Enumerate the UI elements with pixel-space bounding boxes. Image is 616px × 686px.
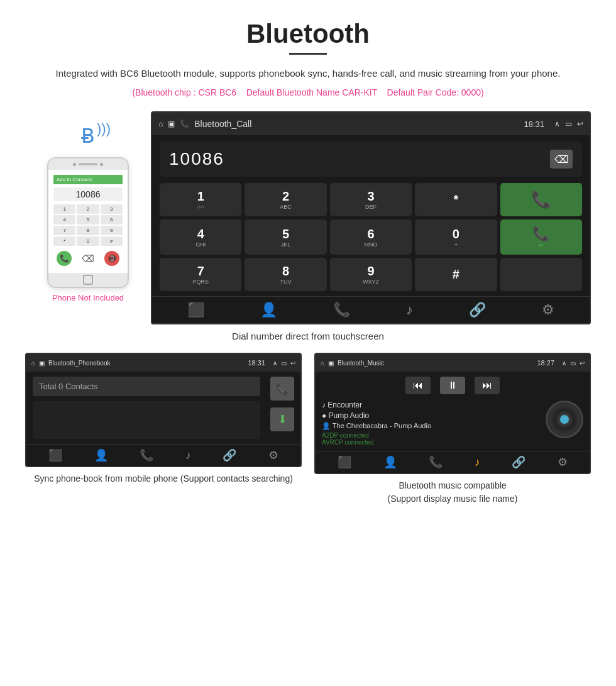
car-key-0[interactable]: 0 + [415, 219, 497, 255]
phone-mockup: Add to Contacts 10086 1 2 3 4 5 6 7 8 9 … [47, 157, 129, 288]
music-content: ⏮ ⏸ ⏭ ♪ Encounter ● Pump Audio 👤 The Che… [316, 372, 590, 451]
car-key-hash[interactable]: # [415, 258, 497, 291]
pb-calls-icon[interactable]: 📞 [140, 448, 153, 462]
pb-contacts-icon[interactable]: 👤 [94, 448, 108, 462]
car-key-2[interactable]: 2 ABC [245, 183, 326, 216]
pb-link-icon[interactable]: 🔗 [223, 448, 236, 462]
phone-key-1[interactable]: 1 [53, 204, 75, 214]
car-phonebook-screen: ⌂ ▣ Bluetooth_Phonebook 18:31 ∧ ▭ ↩ Tota… [25, 353, 302, 467]
phonebook-app-name: Bluetooth_Phonebook [48, 360, 110, 367]
phonebook-sim-icon: ▣ [39, 360, 45, 367]
phone-key-7[interactable]: 7 [53, 226, 75, 235]
car-call-button[interactable]: 📞 [500, 183, 582, 216]
phone-key-hash[interactable]: # [101, 236, 123, 246]
phone-key-2[interactable]: 2 [77, 204, 99, 214]
car-music-screen: ⌂ ▣ Bluetooth_Music 18:27 ∧ ▭ ↩ ⏮ ⏸ ⏭ [314, 353, 591, 474]
phonebook-search-bar[interactable]: Total 0 Contacts [33, 377, 260, 396]
caption-main: Dial number direct from touchscreen [25, 331, 591, 341]
music-calls-icon[interactable]: 📞 [429, 455, 443, 469]
car-key-1[interactable]: 1 ○○ [160, 183, 241, 216]
phone-key-star[interactable]: * [53, 236, 75, 246]
car-link-icon[interactable]: 🔗 [469, 302, 486, 318]
phone-key-5[interactable]: 5 [77, 215, 99, 224]
phone-key-4[interactable]: 4 [53, 215, 75, 224]
music-status-bar: ⌂ ▣ Bluetooth_Music 18:27 ∧ ▭ ↩ [316, 354, 590, 372]
music-music-icon[interactable]: ♪ [475, 456, 480, 469]
phone-call-button[interactable]: 📞 [57, 251, 72, 266]
expand-icon[interactable]: ∧ [554, 119, 560, 128]
phone-key-6[interactable]: 6 [101, 215, 123, 224]
music-home-icon[interactable]: ⌂ [321, 360, 324, 367]
phone-key-8[interactable]: 8 [77, 226, 99, 235]
car-call-screen: ⌂ ▣ 📞 Bluetooth_Call 18:31 ∧ ▭ ↩ 10086 ⌫… [151, 111, 591, 324]
phone-bottom-bar [48, 273, 128, 287]
phone-end-button[interactable]: 📵 [104, 251, 119, 266]
music-dialpad-icon[interactable]: ⬛ [338, 455, 351, 469]
music-track1: ♪ Encounter [322, 401, 539, 409]
car-key-star[interactable]: * [415, 183, 497, 216]
phonebook-expand-icon[interactable]: ∧ [273, 360, 277, 367]
music-back-icon[interactable]: ↩ [580, 360, 585, 367]
car-calls-icon[interactable]: 📞 [333, 302, 350, 318]
pb-music-icon[interactable]: ♪ [185, 449, 191, 462]
title-underline [289, 53, 327, 55]
car-key-3[interactable]: 3 DEF [330, 183, 412, 216]
phone-home-button[interactable] [83, 275, 93, 285]
music-info: ♪ Encounter ● Pump Audio 👤 The Cheebacab… [322, 401, 583, 446]
specs-line: (Bluetooth chip : CSR BC6 Default Blueto… [25, 87, 591, 97]
car-key-4[interactable]: 4 GHI [160, 219, 241, 255]
phone-key-3[interactable]: 3 [101, 204, 123, 214]
car-backspace-button[interactable]: ⌫ [550, 150, 573, 169]
bluetooth-icon: Ƀ [81, 124, 95, 147]
car-redial-button[interactable]: 📞 ↩ [500, 219, 582, 255]
music-play-button[interactable]: ⏸ [440, 377, 465, 394]
car-settings-icon[interactable]: ⚙ [542, 302, 554, 318]
car-key-7[interactable]: 7 PQRS [160, 258, 241, 291]
pb-dialpad-icon[interactable]: ⬛ [48, 448, 62, 462]
car-keypad: 1 ○○ 2 ABC 3 DEF * 📞 4 GHI [152, 183, 590, 296]
phone-number-display: 10086 [53, 187, 123, 201]
phone-action-row: 📞 ⌫ 📵 [53, 249, 123, 268]
phonebook-window-icon[interactable]: ▭ [281, 360, 287, 367]
car-dialpad-icon[interactable]: ⬛ [187, 302, 204, 318]
phonebook-home-icon[interactable]: ⌂ [31, 360, 35, 367]
back-icon[interactable]: ↩ [577, 119, 583, 128]
car-key-9[interactable]: 9 WXYZ [330, 258, 412, 291]
car-key-5[interactable]: 5 JKL [245, 219, 326, 255]
window-icon[interactable]: ▭ [565, 119, 572, 128]
call-icon-status: 📞 [180, 119, 189, 128]
phone-delete-key[interactable]: ⌫ [82, 253, 94, 263]
phonebook-download-btn[interactable]: ⬇ [270, 407, 294, 431]
car-key-8[interactable]: 8 TUV [245, 258, 326, 291]
phone-side: Ƀ ))) Add to Contacts 10086 1 2 3 4 [25, 111, 151, 302]
music-avrcp: AVRCP connected [322, 439, 539, 446]
music-link-icon[interactable]: 🔗 [512, 455, 525, 469]
car-key-6[interactable]: 6 MNO [330, 219, 412, 255]
car-contacts-icon[interactable]: 👤 [260, 302, 277, 318]
music-sim-icon: ▣ [328, 360, 334, 367]
phonebook-caption: Sync phone-book from mobile phone (Suppo… [25, 472, 302, 485]
phonebook-content: Total 0 Contacts 📞 ⬇ [26, 372, 300, 444]
car-number-display: 10086 ⌫ [160, 141, 582, 177]
music-next-button[interactable]: ⏭ [475, 377, 500, 394]
phone-key-9[interactable]: 9 [101, 226, 123, 235]
phone-key-0[interactable]: 0 [77, 236, 99, 246]
phonebook-back-icon[interactable]: ↩ [290, 360, 295, 367]
music-expand-icon[interactable]: ∧ [562, 360, 566, 367]
status-time-call: 18:31 [524, 119, 544, 129]
music-time: 18:27 [537, 359, 554, 367]
phone-header: Add to Contacts [53, 175, 123, 184]
music-prev-button[interactable]: ⏮ [405, 377, 431, 394]
music-block: ⌂ ▣ Bluetooth_Music 18:27 ∧ ▭ ↩ ⏮ ⏸ ⏭ [314, 353, 591, 506]
phonebook-bottom-bar: ⬛ 👤 📞 ♪ 🔗 ⚙ [26, 444, 300, 466]
car-music-bottom-icon[interactable]: ♪ [406, 302, 413, 318]
music-settings-icon[interactable]: ⚙ [558, 455, 568, 469]
app-name-call: Bluetooth_Call [194, 119, 251, 129]
pb-settings-icon[interactable]: ⚙ [268, 448, 278, 462]
music-track3: 👤 The Cheebacabra - Pump Audio [322, 422, 539, 430]
phone-speaker [79, 163, 97, 165]
music-contacts-icon[interactable]: 👤 [383, 455, 397, 469]
home-icon[interactable]: ⌂ [158, 119, 163, 128]
phonebook-call-btn[interactable]: 📞 [270, 377, 294, 401]
music-window-icon[interactable]: ▭ [570, 360, 576, 367]
